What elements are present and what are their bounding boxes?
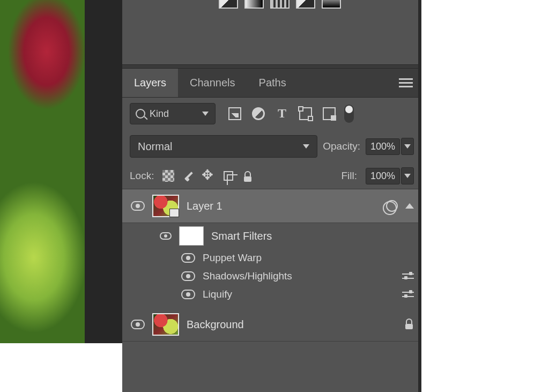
smart-filters-row[interactable]: Smart Filters — [122, 223, 421, 249]
layer-row-layer1[interactable]: Layer 1 — [122, 189, 421, 223]
upper-panel — [122, 0, 421, 64]
lock-label: Lock: — [130, 170, 154, 182]
opacity-value[interactable]: 100% — [366, 138, 400, 155]
filter-pixel-icon[interactable] — [228, 107, 241, 120]
smart-filters-label: Smart Filters — [211, 230, 414, 242]
preset-thumb[interactable] — [219, 0, 238, 9]
search-icon — [136, 109, 145, 119]
filter-effects-icon[interactable] — [386, 200, 398, 212]
panel-divider[interactable] — [122, 64, 421, 69]
chevron-down-icon — [404, 144, 411, 149]
layer-list: Layer 1 Smart Filters Puppet Warp Shadow… — [122, 189, 421, 342]
panel-menu-icon[interactable] — [399, 78, 413, 88]
filter-type-icon[interactable]: T — [276, 107, 288, 120]
visibility-icon[interactable] — [131, 320, 145, 329]
opacity-dropdown[interactable] — [401, 138, 414, 155]
layer-name[interactable]: Layer 1 — [187, 200, 379, 212]
layer-filter-row: Kind T — [122, 98, 421, 130]
smart-filter-puppet-warp[interactable]: Puppet Warp — [122, 249, 421, 267]
canvas-pasteboard — [85, 0, 122, 343]
filter-adjustment-icon[interactable] — [252, 107, 265, 120]
smart-filter-shadows-highlights[interactable]: Shadows/Highlights — [122, 267, 421, 285]
fill-value[interactable]: 100% — [366, 168, 400, 184]
layer-thumbnail[interactable] — [152, 195, 179, 217]
lock-transparency-icon[interactable] — [162, 170, 174, 182]
blend-mode-dropdown[interactable]: Normal — [130, 135, 317, 158]
smart-filter-liquify[interactable]: Liquify — [122, 285, 421, 308]
panels-column: Layers Channels Paths Kind T Nor — [122, 0, 421, 392]
tab-paths[interactable]: Paths — [247, 69, 298, 97]
chevron-down-icon — [404, 174, 411, 178]
lock-artboard-icon[interactable] — [224, 171, 233, 181]
visibility-icon[interactable] — [160, 232, 172, 240]
layer-name[interactable]: Background — [187, 319, 397, 331]
visibility-icon[interactable] — [181, 253, 195, 263]
canvas-image[interactable] — [0, 0, 85, 343]
lock-position-icon[interactable] — [203, 170, 215, 182]
filter-shape-icon[interactable] — [299, 107, 312, 120]
visibility-icon[interactable] — [181, 271, 195, 281]
filter-name: Shadows/Highlights — [203, 270, 395, 282]
lock-pixels-icon[interactable] — [183, 170, 195, 182]
preset-thumb[interactable] — [270, 0, 290, 9]
filter-kind-label: Kind — [150, 108, 198, 120]
filter-kind-dropdown[interactable]: Kind — [130, 103, 216, 124]
chevron-down-icon — [202, 112, 209, 116]
layer-thumbnail[interactable] — [152, 313, 179, 336]
collapse-icon[interactable] — [405, 203, 414, 209]
tab-channels[interactable]: Channels — [178, 69, 247, 97]
filter-mask-thumbnail[interactable] — [179, 226, 204, 246]
lock-icon[interactable] — [404, 320, 414, 329]
opacity-label: Opacity: — [323, 140, 360, 152]
fill-dropdown[interactable] — [401, 167, 414, 184]
preset-thumb[interactable] — [322, 0, 341, 9]
tab-layers[interactable]: Layers — [122, 69, 178, 97]
visibility-icon[interactable] — [131, 201, 145, 211]
filter-toggle[interactable] — [344, 105, 354, 123]
filter-name: Puppet Warp — [203, 252, 414, 264]
filter-name: Liquify — [203, 289, 395, 300]
blend-mode-label: Normal — [138, 140, 303, 153]
lock-row: Lock: Fill: 100% — [122, 163, 421, 189]
blend-row: Normal Opacity: 100% — [122, 130, 421, 163]
fill-label: Fill: — [341, 170, 357, 182]
lock-all-icon[interactable] — [242, 170, 254, 182]
filter-smartobject-icon[interactable] — [323, 107, 336, 120]
preset-thumb[interactable] — [244, 0, 264, 9]
preset-thumb[interactable] — [296, 0, 315, 9]
preset-thumbnails — [219, 0, 341, 9]
visibility-icon[interactable] — [181, 290, 195, 299]
layer-row-background[interactable]: Background — [122, 308, 421, 342]
empty-area — [421, 0, 549, 392]
chevron-down-icon — [303, 144, 309, 149]
filter-blending-options-icon[interactable] — [402, 272, 414, 280]
panel-tabs: Layers Channels Paths — [122, 69, 421, 98]
filter-blending-options-icon[interactable] — [402, 290, 414, 299]
